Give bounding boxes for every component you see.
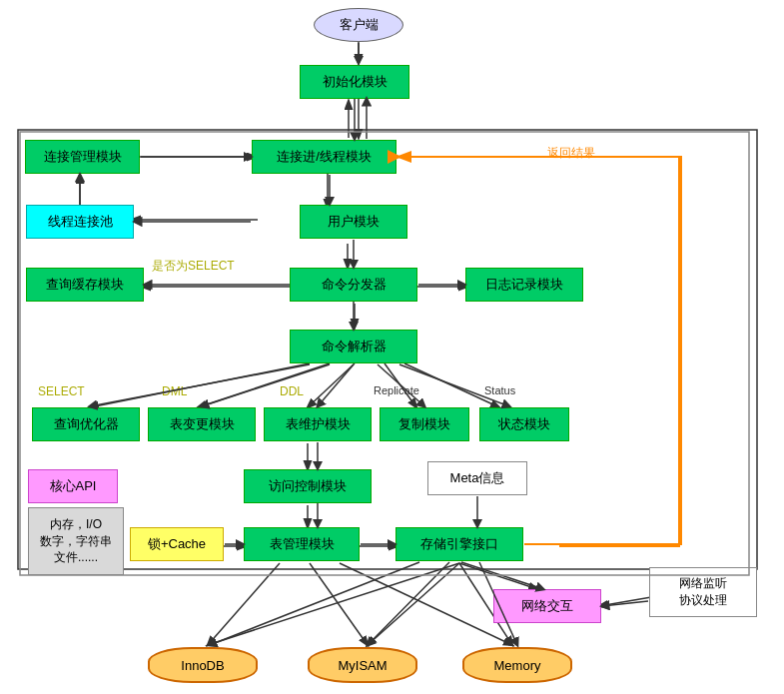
select-label: SELECT [38,384,85,398]
svg-line-24 [208,563,459,645]
client-node: 客户端 [314,8,403,42]
query-cache-node: 查询缓存模块 [26,268,144,302]
memory-io-node: 内存，I/O 数字，字符串 文件...... [28,507,124,575]
table-update-node: 表变更模块 [148,407,256,441]
user-module-node: 用户模块 [300,205,407,239]
diagram-container: 客户端 初始化模块 连接管理模块 连接进/线程模块 线程连接池 用户模块 查询缓… [0,0,784,694]
replication-node: 复制模块 [380,407,469,441]
svg-line-20 [459,563,537,589]
dml-label: DML [162,384,187,398]
svg-line-11 [90,363,310,407]
access-ctrl-node: 访问控制模块 [244,469,372,503]
log-module-node: 日志记录模块 [465,268,583,302]
svg-line-13 [308,363,355,407]
table-mgr-node: 表管理模块 [244,527,360,561]
network-interact-node: 网络交互 [493,589,601,623]
svg-line-12 [198,363,330,407]
memory-node: Memory [462,647,572,683]
core-api-node: 核心API [28,469,118,503]
status-label: Status [484,384,515,396]
myisam-node: MyISAM [308,647,417,683]
table-maint-node: 表维护模块 [264,407,372,441]
svg-line-22 [310,563,368,645]
network-monitor-node: 网络监听 协议处理 [649,567,757,617]
replicate-label: Replicate [374,384,419,396]
conn-thread-node: 连接进/线程模块 [252,140,396,174]
innodb-node: InnoDB [148,647,258,683]
cmd-parser-node: 命令解析器 [290,330,417,363]
ddl-label: DDL [280,384,304,398]
meta-info-node: Meta信息 [427,461,527,495]
is-select-label: 是否为SELECT [152,258,235,275]
lock-cache-node: 锁+Cache [130,527,224,561]
conn-mgr-node: 连接管理模块 [25,140,140,174]
return-result-label: 返回结果 [547,145,595,162]
thread-pool-node: 线程连接池 [26,205,134,239]
storage-interface-node: 存储引擎接口 [395,527,523,561]
query-opt-node: 查询优化器 [32,407,140,441]
cmd-dispatcher-node: 命令分发器 [290,268,417,302]
svg-line-25 [368,563,459,645]
init-module-node: 初始化模块 [300,65,409,99]
status-module-node: 状态模块 [479,407,569,441]
